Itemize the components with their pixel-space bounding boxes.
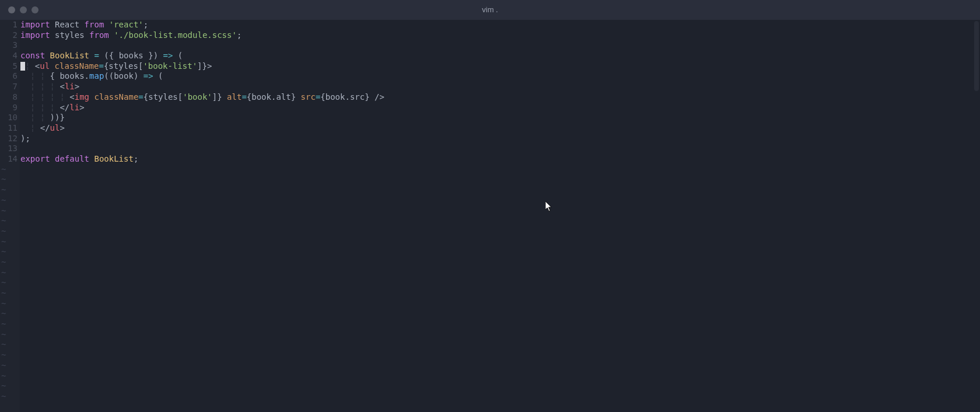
code-token: styles — [108, 61, 138, 71]
empty-line-marker: ~ — [1, 319, 6, 330]
code-token: => — [144, 71, 153, 81]
empty-line-marker: ~ — [1, 257, 6, 268]
line-number: 7 — [0, 82, 18, 92]
code-line[interactable]: export default BookList; — [20, 154, 980, 165]
code-token: ; — [237, 30, 242, 40]
line-number: 10 — [0, 113, 18, 123]
code-line[interactable]: ¦ ¦ ))} — [20, 113, 980, 123]
code-token: < — [60, 82, 64, 91]
empty-line-marker: ~ — [1, 174, 6, 185]
code-line[interactable]: ¦ ¦ ¦ </li> — [20, 103, 980, 113]
code-token: { — [320, 92, 325, 102]
code-token: map — [89, 71, 104, 81]
code-token: </ — [60, 103, 69, 112]
line-number: 3 — [0, 40, 18, 51]
code-line[interactable]: ¦ </ul> — [20, 123, 980, 134]
terminal-window: vim . 1234567891011121314 import React f… — [0, 0, 980, 412]
scrollbar-thumb[interactable] — [974, 21, 979, 91]
maximize-window-button[interactable] — [32, 6, 38, 13]
code-token: ) — [134, 71, 144, 81]
code-line[interactable] — [20, 144, 980, 154]
code-token: </ — [40, 123, 50, 132]
window-title: vim . — [482, 5, 498, 15]
code-token: book — [251, 92, 271, 102]
code-token: ul — [40, 61, 50, 71]
code-token: /> — [374, 92, 384, 102]
code-token: ; — [144, 20, 148, 29]
empty-line-marker: ~ — [1, 330, 6, 340]
code-token: < — [69, 92, 74, 102]
code-token: books — [119, 51, 144, 60]
code-token — [50, 20, 55, 29]
code-token: styles — [55, 30, 85, 40]
code-token: img — [75, 92, 89, 102]
code-token: > — [79, 103, 84, 112]
code-line[interactable]: ); — [20, 134, 980, 144]
title-bar[interactable]: vim . — [0, 0, 980, 20]
code-token: './book-list.module.scss' — [114, 30, 237, 40]
code-line[interactable]: const BookList = ({ books }) => ( — [20, 51, 980, 61]
code-line[interactable]: ¦ ¦ { books.map((book) => ( — [20, 71, 980, 82]
empty-line-marker: ~ — [1, 340, 6, 350]
code-token: books — [60, 71, 84, 81]
line-number: 1 — [0, 20, 18, 30]
code-token — [79, 20, 84, 29]
code-token: { — [50, 71, 60, 81]
code-token: styles — [148, 92, 178, 102]
code-line[interactable]: import React from 'react'; — [20, 20, 980, 30]
empty-line-marker: ~ — [1, 371, 6, 382]
empty-line-marker: ~ — [1, 206, 6, 217]
code-token: from — [89, 30, 109, 40]
code-token — [50, 154, 55, 163]
code-token: import — [20, 30, 50, 40]
code-token: ¦ ¦ ¦ — [20, 82, 60, 91]
code-line[interactable]: ¦ ¦ ¦ <li> — [20, 82, 980, 92]
code-token: } — [144, 51, 153, 60]
code-token: React — [55, 20, 79, 29]
empty-line-marker: ~ — [1, 226, 6, 237]
code-token: ¦ ¦ ¦ ¦ — [20, 92, 69, 102]
code-token: ( — [99, 51, 109, 60]
code-line[interactable]: ¦ ¦ ¦ ¦ <img className={styles['book']} … — [20, 92, 980, 103]
code-buffer[interactable]: import React from 'react';import styles … — [20, 20, 980, 412]
code-token: > — [60, 123, 64, 132]
code-token: ]} — [212, 92, 227, 102]
code-token — [45, 51, 50, 60]
empty-line-marker: ~ — [1, 381, 6, 392]
empty-line-marker: ~ — [1, 299, 6, 309]
empty-line-marker: ~ — [1, 361, 6, 371]
code-token: 'book-list' — [143, 61, 197, 71]
code-token: export — [20, 154, 50, 163]
close-window-button[interactable] — [8, 6, 15, 13]
code-token: li — [69, 103, 79, 112]
code-token: alt — [227, 92, 242, 102]
code-token: = — [94, 51, 99, 60]
code-token: { — [247, 92, 251, 102]
code-token: book — [114, 71, 134, 81]
code-token: className — [94, 92, 138, 102]
line-number: 14 — [0, 154, 18, 165]
code-token: const — [20, 51, 45, 60]
code-line[interactable]: import styles from './book-list.module.s… — [20, 30, 980, 41]
scrollbar-track[interactable] — [973, 20, 980, 412]
code-token: => — [163, 51, 173, 60]
code-token: ; — [134, 154, 138, 163]
code-token: . — [85, 71, 89, 81]
editor-area[interactable]: 1234567891011121314 import React from 'r… — [0, 20, 980, 412]
line-number: 4 — [0, 51, 18, 61]
empty-line-marker: ~ — [1, 185, 6, 195]
code-token: [ — [178, 92, 183, 102]
empty-line-marker: ~ — [1, 309, 6, 319]
traffic-lights — [8, 6, 38, 13]
code-line[interactable]: ¦ <ul className={styles['book-list']}> — [20, 61, 980, 72]
code-token: . — [345, 92, 349, 102]
code-token: ))} — [50, 113, 65, 122]
code-token — [104, 20, 108, 29]
code-token: = — [99, 61, 103, 71]
code-token — [85, 30, 89, 40]
minimize-window-button[interactable] — [20, 6, 27, 13]
code-line[interactable] — [20, 40, 980, 51]
code-token: > — [75, 82, 79, 91]
code-token: ul — [50, 123, 60, 132]
code-token: from — [85, 20, 104, 29]
